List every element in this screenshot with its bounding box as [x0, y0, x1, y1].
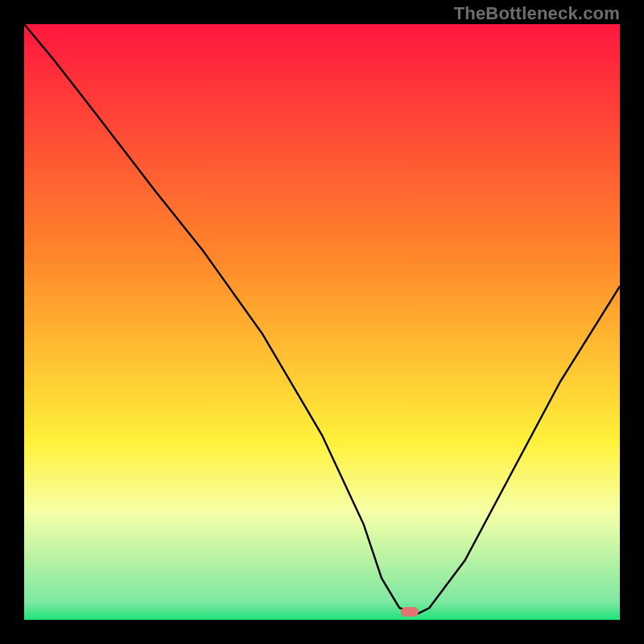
watermark-text: TheBottleneck.com — [454, 3, 620, 24]
frame-right — [620, 0, 644, 644]
minimum-marker — [401, 607, 419, 617]
plot-area — [24, 24, 620, 620]
frame-left — [0, 0, 24, 644]
frame-bottom — [0, 620, 644, 644]
bottleneck-curve — [24, 24, 620, 620]
chart-container: TheBottleneck.com — [0, 0, 644, 644]
